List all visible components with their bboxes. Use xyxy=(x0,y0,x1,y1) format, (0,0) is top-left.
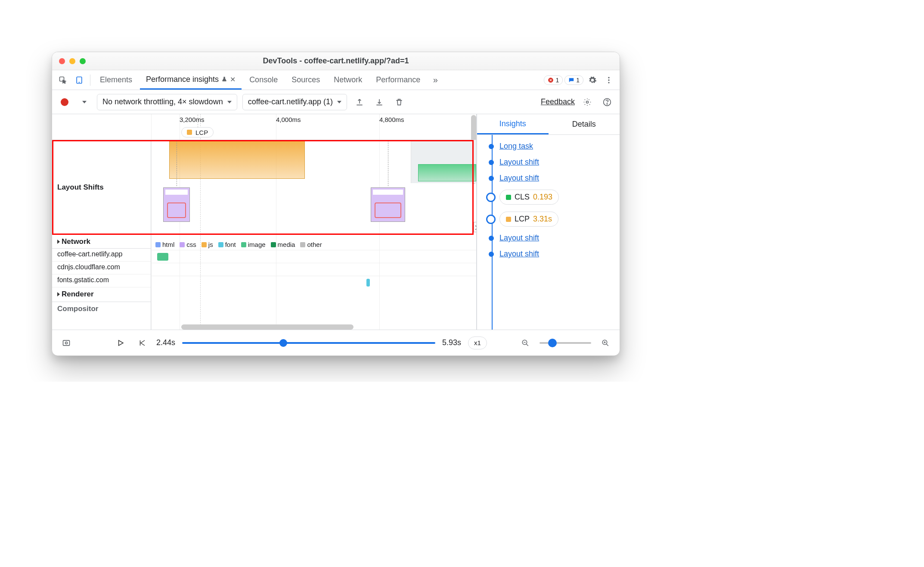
range-end: 5.93s xyxy=(442,338,461,347)
insight-link[interactable]: Layout shift xyxy=(499,234,539,243)
devtools-tabstrip: Elements Performance insights ✕ Console … xyxy=(52,70,620,90)
network-host[interactable]: cdnjs.cloudflare.com xyxy=(52,262,151,274)
range-start: 2.44s xyxy=(156,338,175,347)
play-button[interactable] xyxy=(113,336,128,350)
insight-item-layout-shift[interactable]: Layout shift xyxy=(489,246,620,262)
inspect-element-icon[interactable] xyxy=(56,73,70,87)
lcp-chip[interactable]: LCP 3.31s xyxy=(499,212,558,227)
messages-badge[interactable]: 1 xyxy=(564,75,583,85)
zoom-thumb[interactable] xyxy=(548,339,557,347)
layout-shift-block[interactable] xyxy=(418,164,476,181)
time-range-slider[interactable] xyxy=(182,342,435,344)
insights-sidebar: Insights Details Long task Layout shift … xyxy=(477,114,620,330)
errors-badge[interactable]: 1 xyxy=(544,75,563,85)
cls-chip[interactable]: CLS 0.193 xyxy=(499,190,559,205)
sidebar-tab-insights[interactable]: Insights xyxy=(477,114,549,134)
kebab-menu-icon[interactable] xyxy=(602,73,616,87)
titlebar: DevTools - coffee-cart.netlify.app/?ad=1 xyxy=(52,52,620,70)
chevron-down-icon xyxy=(337,101,341,103)
lane-label-network[interactable]: Network xyxy=(52,235,151,249)
svg-point-11 xyxy=(65,342,68,344)
tab-network[interactable]: Network xyxy=(328,70,368,90)
lane-label-renderer[interactable]: Renderer xyxy=(52,287,151,302)
panel-settings-icon[interactable] xyxy=(580,95,595,109)
insight-link[interactable]: Layout shift xyxy=(499,158,539,167)
time-ruler: 3,200ms 4,000ms 4,800ms LCP xyxy=(52,114,476,140)
svg-rect-10 xyxy=(63,340,70,346)
import-icon[interactable] xyxy=(372,95,387,109)
svg-marker-12 xyxy=(119,340,124,346)
network-host[interactable]: fonts.gstatic.com xyxy=(52,274,151,287)
range-thumb[interactable] xyxy=(279,339,287,347)
beaker-icon xyxy=(221,76,227,82)
tab-sources[interactable]: Sources xyxy=(285,70,326,90)
throttling-select[interactable]: No network throttling, 4× slowdown xyxy=(97,94,237,110)
zoom-in-icon[interactable] xyxy=(598,336,613,350)
settings-icon[interactable] xyxy=(585,73,600,87)
network-row[interactable] xyxy=(151,263,476,276)
playback-footer: 2.44s 5.93s x1 xyxy=(52,330,620,355)
insight-link[interactable]: Layout shift xyxy=(499,249,539,259)
device-toolbar-icon[interactable] xyxy=(72,73,87,87)
network-row[interactable] xyxy=(151,276,476,289)
delete-icon[interactable] xyxy=(392,95,406,109)
content-area: 3,200ms 4,000ms 4,800ms LCP Layout Shift… xyxy=(52,114,620,330)
window-title: DevTools - coffee-cart.netlify.app/?ad=1 xyxy=(52,56,620,65)
feedback-link[interactable]: Feedback xyxy=(541,97,575,106)
tab-performance-insights[interactable]: Performance insights ✕ xyxy=(140,70,242,90)
insight-link[interactable]: Long task xyxy=(499,142,533,151)
close-tab-icon[interactable]: ✕ xyxy=(230,75,236,84)
horizontal-scrollbar[interactable] xyxy=(181,324,353,330)
lane-label-compositor[interactable]: Compositor xyxy=(52,302,151,313)
export-icon[interactable] xyxy=(352,95,367,109)
svg-point-7 xyxy=(586,101,589,103)
tab-elements[interactable]: Elements xyxy=(94,70,138,90)
frame-thumbnail[interactable] xyxy=(371,187,405,222)
record-dropdown[interactable] xyxy=(77,95,92,109)
insight-item-layout-shift[interactable]: Layout shift xyxy=(489,154,620,170)
network-request-bar[interactable] xyxy=(366,279,370,287)
panel-expander-icon[interactable]: ❯ xyxy=(474,222,477,232)
network-row[interactable] xyxy=(151,250,476,263)
zoom-out-icon[interactable] xyxy=(518,336,533,350)
frame-thumbnail[interactable] xyxy=(163,187,190,222)
insight-item-long-task[interactable]: Long task xyxy=(489,138,620,154)
tab-console[interactable]: Console xyxy=(243,70,284,90)
lane-labels-column: Layout Shifts Network coffee-cart.netlif… xyxy=(52,140,151,330)
ruler-tick: 4,000ms xyxy=(276,116,301,123)
insight-item-layout-shift[interactable]: Layout shift xyxy=(489,230,620,246)
tab-performance[interactable]: Performance xyxy=(370,70,426,90)
svg-point-6 xyxy=(608,82,609,83)
more-tabs-icon[interactable]: » xyxy=(428,73,443,87)
lcp-marker-chip[interactable]: LCP xyxy=(181,127,214,137)
recording-select[interactable]: coffee-cart.netlify.app (1) xyxy=(242,94,347,110)
network-host[interactable]: coffee-cart.netlify.app xyxy=(52,249,151,262)
network-request-bar[interactable] xyxy=(157,253,168,261)
help-icon[interactable] xyxy=(600,95,614,109)
playback-speed-button[interactable]: x1 xyxy=(468,336,487,349)
sidebar-tab-details[interactable]: Details xyxy=(549,114,620,134)
record-button[interactable] xyxy=(57,95,72,109)
rewind-button[interactable] xyxy=(135,336,149,350)
zoom-slider[interactable] xyxy=(540,342,591,344)
sidebar-tabs: Insights Details xyxy=(477,114,620,135)
layout-shift-block[interactable] xyxy=(169,140,305,179)
svg-point-9 xyxy=(607,103,608,104)
layout-shifts-lane[interactable] xyxy=(151,140,476,235)
lcp-color-swatch xyxy=(187,130,192,135)
preview-toggle-icon[interactable] xyxy=(59,336,74,350)
ruler-tick: 3,200ms xyxy=(180,116,205,123)
network-legend: html css js font image media other xyxy=(151,239,476,250)
insight-item-layout-shift[interactable]: Layout shift xyxy=(489,170,620,186)
timeline-panel[interactable]: 3,200ms 4,000ms 4,800ms LCP Layout Shift… xyxy=(52,114,477,330)
network-lane: html css js font image media other xyxy=(151,239,476,289)
insights-list[interactable]: Long task Layout shift Layout shift CLS … xyxy=(477,135,620,330)
svg-line-18 xyxy=(606,344,608,346)
svg-line-15 xyxy=(526,344,528,346)
insight-item-lcp[interactable]: LCP 3.31s xyxy=(489,208,620,230)
devtools-window: DevTools - coffee-cart.netlify.app/?ad=1… xyxy=(52,52,620,356)
svg-point-5 xyxy=(608,79,609,81)
insight-item-cls[interactable]: CLS 0.193 xyxy=(489,186,620,208)
insight-link[interactable]: Layout shift xyxy=(499,174,539,183)
lcp-chip-label: LCP xyxy=(195,129,208,136)
